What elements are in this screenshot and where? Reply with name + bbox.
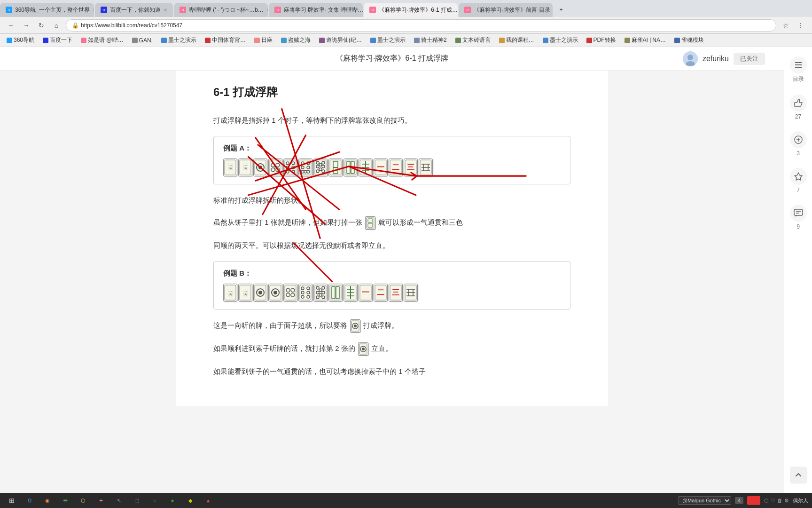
bookmark-pirates[interactable]: 盗贼之海 <box>278 35 313 45</box>
collapse-button[interactable] <box>790 467 807 484</box>
svg-text:三: 三 <box>392 288 399 296</box>
tile-12: 二 <box>389 159 403 176</box>
font-size-display[interactable]: 4 <box>735 497 743 504</box>
tab-mahjong-list[interactable]: B 麻将学习·牌效率· 文集 哔哩哔… ✕ <box>269 3 363 17</box>
app3-icon: ✏ <box>61 496 70 505</box>
tab-current[interactable]: B 《麻将学习·牌效率》6-1 打成… ✕ <box>364 3 458 17</box>
dislike-button[interactable]: 3 <box>790 131 807 157</box>
forward-button[interactable]: → <box>21 20 32 31</box>
bookmark-label-pdf: PDF转换 <box>593 36 616 44</box>
bookmark-moshi1[interactable]: 墨士之演示 <box>158 35 199 45</box>
bookmark-label-gan: GAN. <box>139 37 153 44</box>
bookmark-ai[interactable]: 麻雀AI ∣NA… <box>622 35 669 45</box>
bookmark-sports[interactable]: 中国体育官… <box>202 35 249 45</box>
svg-point-75 <box>273 291 277 294</box>
settings-icon[interactable]: ⚙ <box>784 498 789 504</box>
tile-5 <box>283 159 297 176</box>
example-b-desc1: 这是一向听的牌，由于面子超载，所以要将 打成浮牌。 <box>213 319 570 333</box>
dislike-icon <box>790 131 807 148</box>
bookmark-gan[interactable]: GAN. <box>129 36 156 45</box>
windows-icon: ⊞ <box>8 496 16 505</box>
example-a-tiles: 🀇 🀇 <box>223 159 561 176</box>
bookmark-ruishi[interactable]: 如是语 @哔… <box>78 35 126 45</box>
back-button[interactable]: ← <box>6 20 17 31</box>
green-circle-icon: ● <box>168 496 177 505</box>
taskbar-app4[interactable]: ⬡ <box>75 494 91 507</box>
taskbar-color[interactable]: ● <box>164 494 180 507</box>
tab-close-bili1[interactable]: ✕ <box>266 8 268 13</box>
user-avatar <box>683 51 698 66</box>
bookmark-knight[interactable]: 骑士精神2 <box>411 35 450 45</box>
tab-baidu[interactable]: B 百度一下，你就知道 ✕ <box>95 3 173 17</box>
taskbar-app1[interactable]: Ω <box>22 494 38 507</box>
tab-preface[interactable]: B 《麻将学习·牌效率》前言·目录 ✕ <box>459 3 553 17</box>
bookmark-moshi3[interactable]: 墨士之演示 <box>540 35 581 45</box>
bookmark-label-360: 360导航 <box>14 36 34 44</box>
url-box[interactable]: 🔒 https://www.bilibili.com/read/cv152705… <box>66 19 776 32</box>
example-b-label: 例题 B： <box>223 269 561 278</box>
share-icon[interactable]: ⬡ <box>764 498 769 504</box>
follow-button[interactable]: 已关注 <box>734 53 765 65</box>
bookmark-icon-moshi3 <box>543 38 548 43</box>
tile-13: 三 <box>404 159 418 176</box>
taskbar-app2[interactable]: ◉ <box>39 494 55 507</box>
tab-360[interactable]: 3 360导航_一个主页，整个世界 ✕ <box>0 3 94 17</box>
font-selector[interactable]: @Malgun Gothic <box>678 496 731 505</box>
bookmark-jangmo[interactable]: 雀魂模块 <box>671 35 707 45</box>
home-button[interactable]: ⌂ <box>51 20 62 31</box>
bookmark-360[interactable]: 360导航 <box>4 35 37 45</box>
heart-icon[interactable]: ♡ <box>771 498 775 504</box>
taskbar-tool3[interactable]: ○ <box>147 494 163 507</box>
bookmark-label-rima: 日麻 <box>261 36 273 44</box>
article-topbar: 《麻将学习·牌效率》6-1 打成浮牌 zefuriku 已关注 <box>0 47 784 71</box>
new-tab-button[interactable]: + <box>554 3 569 17</box>
tile-11: 一 <box>374 159 388 176</box>
taskbar-app3[interactable]: ✏ <box>57 494 73 507</box>
star-button[interactable]: ☆ <box>780 20 791 31</box>
like-button[interactable]: 27 <box>790 95 807 120</box>
svg-point-122 <box>362 348 365 350</box>
color-picker[interactable] <box>747 496 760 505</box>
bookmark-icon-ai <box>625 38 630 43</box>
trash-icon[interactable]: 🗑 <box>777 498 782 503</box>
bookmark-pdf[interactable]: PDF转换 <box>584 35 619 45</box>
thumbs-down-icon <box>793 135 804 145</box>
b-tile-12: 三 <box>389 284 403 302</box>
taskbar-start[interactable]: ⊞ <box>4 494 20 507</box>
tab-close-baidu[interactable]: ✕ <box>164 8 167 13</box>
taskbar-color3[interactable]: ▲ <box>200 494 216 507</box>
sidebar-toc-button[interactable]: 目录 <box>790 56 807 83</box>
article-main-title: 6-1 打成浮牌 <box>213 85 570 100</box>
tab-favicon-mahjong-list: B <box>274 7 281 13</box>
bookmark-icon-sports <box>205 38 211 43</box>
comment-count: 9 <box>796 223 800 230</box>
svg-rect-63 <box>367 218 374 228</box>
settings-button[interactable]: ⋮ <box>795 20 806 31</box>
taskbar-color2[interactable]: ◆ <box>182 494 198 507</box>
svg-text:🀇: 🀇 <box>228 289 233 296</box>
b-tile-2: 🀇 <box>238 284 252 302</box>
svg-point-1 <box>687 55 693 60</box>
bookmark-label-ai: 麻雀AI ∣NA… <box>632 36 666 44</box>
star-action-button[interactable]: 7 <box>790 168 807 193</box>
tab-close-360[interactable]: ✕ <box>93 8 94 13</box>
bookmark-daogui[interactable]: 道诡异仙(纪… <box>316 35 365 45</box>
comment-button[interactable]: 9 <box>790 205 807 230</box>
tile-3 <box>253 159 267 176</box>
thumbs-up-icon <box>793 98 804 108</box>
taskbar-app5[interactable]: ✒ <box>93 494 109 507</box>
bookmark-icon-jangmo <box>674 38 680 43</box>
refresh-button[interactable]: ↻ <box>36 20 47 31</box>
chat-bubble-icon <box>793 208 804 218</box>
svg-text:一: 一 <box>362 288 369 296</box>
bookmark-course[interactable]: 我的课程… <box>496 35 537 45</box>
svg-text:🀇: 🀇 <box>243 289 248 296</box>
new-tab-icon: + <box>559 7 562 13</box>
tab-bili1[interactable]: B 哔哩哔哩 (' - ')つロ ~杯~…b… ✕ <box>174 3 268 17</box>
bookmark-moshi2[interactable]: 墨士之演示 <box>367 35 408 45</box>
taskbar-tool1[interactable]: ↖ <box>111 494 127 507</box>
taskbar-tool2[interactable]: ⬚ <box>129 494 145 507</box>
bookmark-baidu[interactable]: 百度一下 <box>40 35 75 45</box>
bookmark-rima[interactable]: 日麻 <box>251 35 275 45</box>
bookmark-wenben[interactable]: 文本砖语言 <box>453 35 493 45</box>
